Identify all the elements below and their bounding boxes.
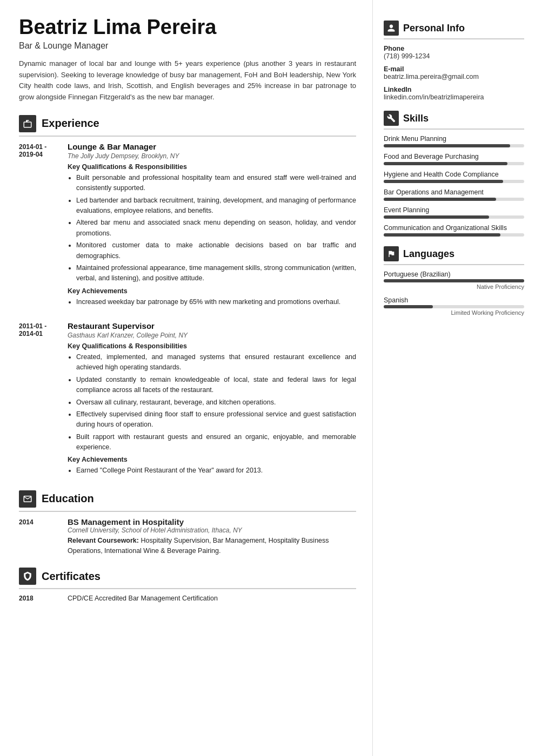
experience-icon (19, 115, 36, 132)
skill-name: Hygiene and Health Code Compliance (384, 171, 524, 178)
personal-info-header: Personal Info (384, 21, 524, 39)
skills-icon (384, 111, 399, 126)
skill-bar-bg (384, 233, 524, 237)
skill-bar-bg (384, 162, 524, 165)
education-header: Education (19, 490, 356, 512)
skills-entries: Drink Menu Planning Food and Beverage Pu… (384, 135, 524, 237)
lang-bar-bg (384, 279, 524, 282)
experience-entry: 2014-01 -2019-04 Lounge & Bar Manager Th… (19, 142, 356, 309)
education-title: Education (42, 492, 94, 505)
languages-icon (384, 246, 399, 261)
job-title: Bar & Lounge Manager (19, 41, 356, 51)
cert-entries: 2018 CPD/CE Accredited Bar Management Ce… (19, 595, 356, 602)
education-icon (19, 490, 36, 508)
skill-bar-fill (384, 198, 496, 201)
achievements-label: Key Achievements (68, 456, 356, 463)
email-item: E-mail beatriz.lima.pereira@gmail.com (384, 65, 524, 80)
entry-content: Lounge & Bar Manager The Jolly Judy Demp… (68, 142, 356, 309)
entry-dates: 2011-01 -2014-01 (19, 321, 68, 478)
edu-year: 2014 (19, 517, 68, 556)
cert-year: 2018 (19, 595, 68, 602)
language-item: Portuguese (Brazilian) Native Proficienc… (384, 271, 524, 290)
summary: Dynamic manager of local bar and lounge … (19, 58, 356, 103)
entry-job-title: Lounge & Bar Manager (68, 142, 356, 151)
experience-entry: 2011-01 -2014-01 Restaurant Supervisor G… (19, 321, 356, 478)
lang-bar-fill (384, 279, 524, 282)
linkedin-label: LinkedIn (384, 86, 524, 93)
education-section: Education 2014 BS Management in Hospital… (19, 490, 356, 556)
qualifications-label: Key Qualifications & Responsibilities (68, 163, 356, 171)
achievements-list: Increased weekday bar patronage by 65% w… (68, 297, 356, 307)
skill-bar-fill (384, 180, 503, 183)
right-column: Personal Info Phone (718) 999-1234 E-mai… (373, 0, 535, 756)
cert-entry: 2018 CPD/CE Accredited Bar Management Ce… (19, 595, 356, 602)
qualification-item: Effectively supervised dining floor staf… (76, 409, 356, 430)
lang-name: Spanish (384, 296, 524, 304)
entry-company: The Jolly Judy Dempsey, Brooklyn, NY (68, 152, 356, 160)
skill-bar-bg (384, 198, 524, 201)
skill-name: Bar Operations and Management (384, 188, 524, 196)
qualification-item: Built rapport with restaurant guests and… (76, 432, 356, 453)
skill-name: Food and Beverage Purchasing (384, 153, 524, 160)
certificates-title: Certificates (42, 570, 101, 583)
skill-item: Drink Menu Planning (384, 135, 524, 147)
edu-content: BS Management in Hospitality Cornell Uni… (68, 517, 356, 556)
qualification-item: Oversaw all culinary, restaurant, bevera… (76, 397, 356, 408)
phone-value: (718) 999-1234 (384, 52, 524, 60)
achievement-item: Earned "College Point Restaurant of the … (76, 465, 356, 476)
entry-company: Gasthaus Karl Kranzer, College Point, NY (68, 332, 356, 339)
qualification-item: Created, implemented, and managed system… (76, 352, 356, 373)
skill-bar-fill (384, 215, 489, 219)
edu-degree: BS Management in Hospitality (68, 517, 356, 526)
entry-job-title: Restaurant Supervisor (68, 321, 356, 330)
lang-bar-bg (384, 305, 524, 308)
education-entries: 2014 BS Management in Hospitality Cornel… (19, 517, 356, 556)
email-value: beatriz.lima.pereira@gmail.com (384, 73, 524, 80)
edu-school: Cornell University, School of Hotel Admi… (68, 526, 356, 534)
personal-info-icon (384, 21, 399, 36)
languages-header: Languages (384, 246, 524, 265)
achievements-label: Key Achievements (68, 287, 356, 295)
cert-text: CPD/CE Accredited Bar Management Certifi… (68, 595, 218, 602)
experience-entries: 2014-01 -2019-04 Lounge & Bar Manager Th… (19, 142, 356, 478)
lang-name: Portuguese (Brazilian) (384, 271, 524, 278)
certificates-icon (19, 568, 36, 585)
phone-label: Phone (384, 45, 524, 52)
skill-bar-bg (384, 180, 524, 183)
qualification-item: Maintained professional appearance, time… (76, 263, 356, 284)
lang-level: Native Proficiency (384, 284, 524, 290)
linkedin-item: LinkedIn linkedin.com/in/beatrizlimapere… (384, 86, 524, 101)
edu-coursework: Relevant Coursework: Hospitality Supervi… (68, 536, 356, 556)
skill-item: Food and Beverage Purchasing (384, 153, 524, 165)
qualification-item: Built personable and professional hospit… (76, 173, 356, 194)
qualification-item: Monitored customer data to make actionab… (76, 240, 356, 261)
qualifications-list: Created, implemented, and managed system… (68, 352, 356, 453)
skill-bar-bg (384, 215, 524, 219)
skill-name: Event Planning (384, 206, 524, 214)
skill-bar-fill (384, 233, 500, 237)
experience-section: Experience 2014-01 -2019-04 Lounge & Bar… (19, 115, 356, 478)
skill-item: Bar Operations and Management (384, 188, 524, 201)
experience-header: Experience (19, 115, 356, 137)
language-entries: Portuguese (Brazilian) Native Proficienc… (384, 271, 524, 316)
qualification-item: Updated constantly to remain knowledgeab… (76, 375, 356, 396)
certificates-header: Certificates (19, 568, 356, 589)
resume-page: Beatriz Lima Pereira Bar & Lounge Manage… (0, 0, 535, 756)
phone-item: Phone (718) 999-1234 (384, 45, 524, 60)
linkedin-value: linkedin.com/in/beatrizlimapereira (384, 93, 524, 101)
personal-info-title: Personal Info (403, 23, 465, 34)
achievement-item: Increased weekday bar patronage by 65% w… (76, 297, 356, 307)
qualifications-label: Key Qualifications & Responsibilities (68, 342, 356, 350)
education-entry: 2014 BS Management in Hospitality Cornel… (19, 517, 356, 556)
lang-bar-fill (384, 305, 433, 308)
skill-bar-fill (384, 162, 507, 165)
qualification-item: Led bartender and barback recruitment, t… (76, 195, 356, 217)
skills-title: Skills (403, 113, 429, 124)
skill-name: Communication and Organizational Skills (384, 224, 524, 232)
skill-bar-fill (384, 144, 510, 147)
skill-item: Hygiene and Health Code Compliance (384, 171, 524, 183)
entry-content: Restaurant Supervisor Gasthaus Karl Kran… (68, 321, 356, 478)
skill-bar-bg (384, 144, 524, 147)
language-item: Spanish Limited Working Proficiency (384, 296, 524, 316)
skills-header: Skills (384, 111, 524, 130)
